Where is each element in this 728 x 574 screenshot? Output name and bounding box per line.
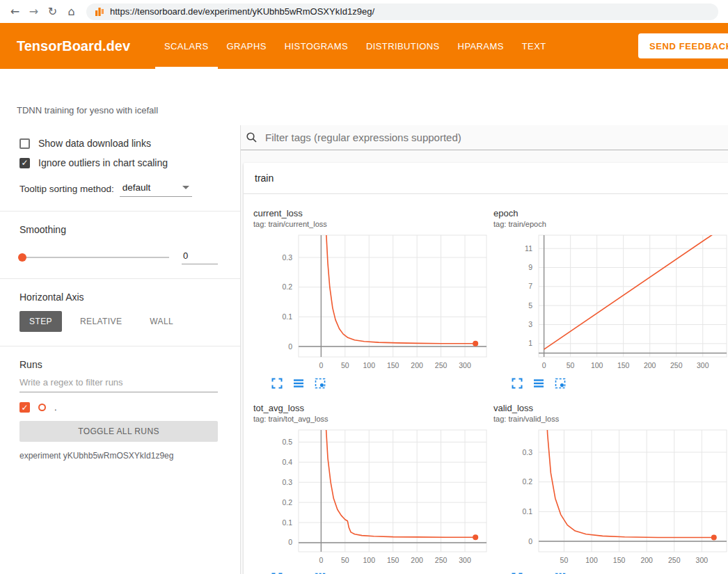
- svg-text:200: 200: [640, 556, 653, 564]
- svg-text:0: 0: [528, 537, 532, 545]
- toggle-all-runs-button[interactable]: TOGGLE ALL RUNS: [19, 421, 218, 442]
- svg-text:300: 300: [696, 556, 709, 564]
- run-row[interactable]: ✓ .: [19, 402, 218, 413]
- svg-text:250: 250: [435, 556, 448, 564]
- svg-text:300: 300: [697, 361, 709, 369]
- svg-text:300: 300: [459, 556, 471, 564]
- svg-text:3: 3: [528, 320, 532, 328]
- send-feedback-button[interactable]: SEND FEEDBACK: [638, 33, 728, 58]
- svg-text:0.1: 0.1: [522, 507, 532, 516]
- chart-card-valid-loss: valid_loss tag: train/valid_loss 00.10.2…: [493, 403, 728, 574]
- svg-text:50: 50: [341, 361, 349, 369]
- svg-text:100: 100: [363, 556, 375, 564]
- chart-card-current-loss: current_loss tag: train/current_loss 00.…: [253, 208, 493, 389]
- svg-text:0: 0: [319, 361, 323, 369]
- checkbox-checked-icon: ✓: [19, 158, 30, 168]
- smoothing-label: Smoothing: [19, 224, 218, 235]
- svg-text:100: 100: [363, 361, 375, 369]
- browser-chrome: ← → ↻ ⌂ https://tensorboard.dev/experime…: [0, 0, 728, 23]
- chart-canvas[interactable]: 1357911050100150200250300: [493, 231, 728, 374]
- chart-canvas[interactable]: 00.10.20.350100150200250300: [493, 426, 728, 568]
- checkbox-icon: [19, 138, 30, 149]
- svg-text:200: 200: [411, 556, 423, 564]
- svg-text:0.2: 0.2: [522, 477, 532, 486]
- smoothing-slider[interactable]: [19, 257, 169, 258]
- ignore-outliers-checkbox[interactable]: ✓ Ignore outliers in chart scaling: [19, 157, 218, 168]
- chart-title: current_loss: [253, 208, 493, 218]
- axis-wall-button[interactable]: WALL: [140, 311, 183, 332]
- svg-text:250: 250: [670, 361, 683, 369]
- url-text: https://tensorboard.dev/experiment/yKUbh…: [110, 6, 374, 17]
- expand-chart-icon[interactable]: [271, 378, 283, 389]
- svg-text:200: 200: [644, 361, 656, 369]
- fit-domain-icon[interactable]: [555, 378, 566, 389]
- chart-canvas[interactable]: 00.10.20.3050100150200250300: [253, 231, 488, 374]
- run-name: .: [54, 402, 57, 413]
- fit-domain-icon[interactable]: [315, 378, 326, 389]
- svg-text:0: 0: [288, 342, 292, 351]
- tab-scalars[interactable]: SCALARS: [155, 23, 218, 69]
- chart-tag: tag: train/tot_avg_loss: [253, 415, 493, 423]
- svg-text:50: 50: [560, 556, 569, 564]
- chart-card-tot-avg-loss: tot_avg_loss tag: train/tot_avg_loss 00.…: [253, 403, 493, 574]
- chart-canvas[interactable]: 00.10.20.30.40.5050100150200250300: [253, 426, 488, 568]
- chart-tag: tag: train/current_loss: [253, 220, 493, 228]
- tooltip-sorting-select[interactable]: default: [120, 181, 192, 197]
- svg-text:250: 250: [668, 556, 681, 564]
- smoothing-slider-thumb[interactable]: [18, 253, 26, 262]
- tooltip-sorting-label: Tooltip sorting method:: [19, 184, 114, 194]
- axis-relative-button[interactable]: RELATIVE: [70, 311, 132, 332]
- svg-text:100: 100: [591, 361, 603, 369]
- tensorboard-favicon: [95, 7, 104, 17]
- tab-distributions[interactable]: DISTRIBUTIONS: [357, 23, 449, 69]
- horizontal-axis-label: Horizontal Axis: [19, 292, 218, 303]
- tab-hparams[interactable]: HPARAMS: [449, 23, 513, 69]
- forward-icon[interactable]: →: [24, 5, 43, 18]
- chart-card-epoch: epoch tag: train/epoch 13579110501001502…: [493, 208, 728, 389]
- home-icon[interactable]: ⌂: [62, 5, 81, 18]
- svg-text:0.1: 0.1: [282, 312, 292, 321]
- expand-chart-icon[interactable]: [512, 378, 523, 389]
- svg-text:100: 100: [585, 556, 598, 564]
- svg-text:0.1: 0.1: [282, 518, 292, 527]
- svg-text:150: 150: [617, 361, 630, 369]
- runs-filter-input[interactable]: [19, 370, 218, 392]
- log-scale-toggle-icon[interactable]: [533, 378, 544, 389]
- address-bar[interactable]: https://tensorboard.dev/experiment/yKUbh…: [86, 3, 718, 20]
- settings-sidebar: Show data download links ✓ Ignore outlie…: [0, 125, 241, 574]
- svg-text:150: 150: [613, 556, 626, 564]
- filter-tags-input[interactable]: [264, 131, 728, 144]
- chart-tag: tag: train/epoch: [493, 220, 728, 228]
- experiment-id: experiment yKUbhb5wRmOSXYkId1z9eg: [19, 451, 218, 461]
- svg-text:11: 11: [525, 244, 532, 253]
- svg-text:0: 0: [542, 361, 546, 369]
- svg-text:0.2: 0.2: [282, 498, 292, 507]
- svg-text:50: 50: [341, 556, 349, 564]
- svg-text:250: 250: [435, 361, 448, 369]
- back-icon[interactable]: ←: [6, 5, 24, 18]
- svg-text:0.3: 0.3: [522, 448, 532, 456]
- log-scale-toggle-icon[interactable]: [293, 378, 304, 389]
- tab-graphs[interactable]: GRAPHS: [218, 23, 276, 69]
- svg-text:0.3: 0.3: [282, 478, 292, 486]
- chart-title: valid_loss: [493, 403, 728, 413]
- tag-group-card: train current_loss tag: train/current_lo…: [244, 163, 728, 574]
- main-nav: SCALARS GRAPHS HISTOGRAMS DISTRIBUTIONS …: [155, 23, 555, 69]
- tag-group-header[interactable]: train: [244, 163, 728, 194]
- tab-text[interactable]: TEXT: [513, 23, 555, 69]
- svg-text:50: 50: [567, 361, 575, 369]
- tab-histograms[interactable]: HISTOGRAMS: [276, 23, 357, 69]
- smoothing-value-field[interactable]: 0: [182, 250, 218, 264]
- chart-title: epoch: [493, 208, 728, 218]
- axis-step-button[interactable]: STEP: [19, 311, 62, 332]
- chevron-down-icon: [182, 186, 189, 189]
- svg-text:150: 150: [387, 556, 399, 564]
- search-icon: [246, 131, 258, 143]
- reload-icon[interactable]: ↻: [43, 5, 62, 18]
- svg-text:0.5: 0.5: [282, 438, 292, 446]
- app-title: TensorBoard.dev: [17, 38, 130, 54]
- chart-title: tot_avg_loss: [253, 403, 493, 413]
- show-download-links-checkbox[interactable]: Show data download links: [19, 138, 218, 149]
- svg-text:0: 0: [319, 556, 323, 564]
- svg-text:0.2: 0.2: [282, 282, 292, 291]
